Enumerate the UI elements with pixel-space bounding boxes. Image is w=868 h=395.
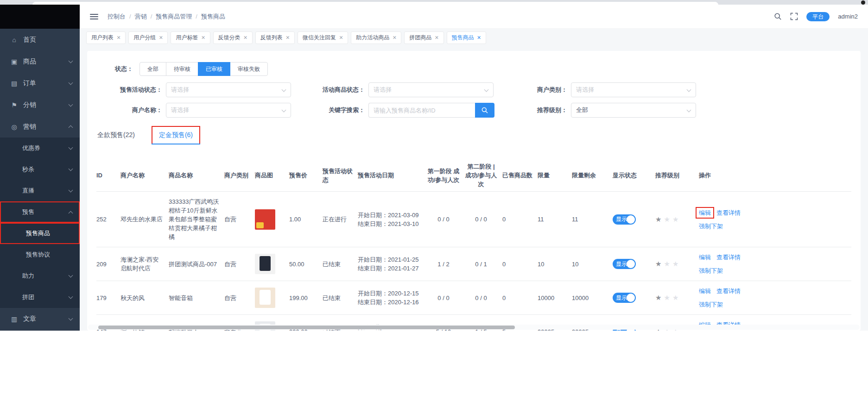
browser-chrome — [0, 0, 868, 5]
action-view-details[interactable]: 查看详情 — [716, 287, 741, 295]
star-icon[interactable]: ★ — [655, 260, 661, 268]
tag-tab[interactable]: 微信关注回复× — [298, 31, 348, 44]
search-button[interactable] — [475, 103, 494, 118]
username[interactable]: admin2 — [838, 13, 858, 20]
status-radio-option[interactable]: 审核失败 — [230, 62, 268, 76]
platform-badge[interactable]: 平台 — [806, 12, 830, 21]
cell-actions: 编辑查看详情强制下架 — [699, 247, 759, 281]
select-dropdown[interactable]: 请选择 — [166, 103, 291, 118]
close-icon[interactable]: × — [244, 34, 247, 41]
sidebar-item[interactable]: ▣商品 — [0, 50, 80, 72]
action-force-remove[interactable]: 强制下架 — [699, 222, 723, 231]
fullscreen-icon[interactable] — [790, 13, 798, 20]
chevron-down-icon — [69, 167, 73, 171]
star-icon[interactable]: ★ — [672, 215, 678, 223]
breadcrumb-item[interactable]: 预售商品 — [201, 13, 225, 21]
cell-id: 252 — [96, 209, 120, 229]
browser-profile-icon[interactable] — [861, 0, 865, 5]
select-dropdown[interactable]: 请选择 — [571, 82, 696, 97]
close-icon[interactable]: × — [286, 34, 290, 41]
product-thumbnail[interactable] — [255, 209, 275, 230]
table-row: 179秋天的风智能音箱自营199.00已结束开始日期：2020-12-15结束日… — [96, 281, 851, 315]
status-radio-option[interactable]: 待审核 — [166, 62, 198, 76]
tag-tab[interactable]: 用户分组× — [128, 31, 168, 44]
action-edit[interactable]: 编辑 — [696, 207, 714, 219]
star-icon[interactable]: ★ — [655, 294, 661, 301]
cell-stage1-ratio: 0 / 0 — [427, 209, 464, 229]
action-edit[interactable]: 编辑 — [699, 253, 711, 262]
sidebar-item[interactable]: ⚑分销 — [0, 94, 80, 116]
cell-stage1-ratio: 0 / 0 — [427, 288, 464, 308]
column-header: 商户类别 — [224, 168, 255, 182]
close-icon[interactable]: × — [201, 34, 205, 41]
sidebar-item[interactable]: 拼团 — [0, 287, 80, 308]
select-dropdown[interactable]: 请选择 — [166, 82, 291, 97]
sidebar-item[interactable]: ◎营销 — [0, 116, 80, 138]
close-icon[interactable]: × — [117, 34, 120, 41]
display-toggle[interactable]: 显示 — [613, 293, 636, 303]
close-icon[interactable]: × — [393, 34, 396, 41]
sidebar-item[interactable]: ▥文章 — [0, 308, 80, 330]
star-icon[interactable]: ★ — [664, 260, 670, 268]
status-radio-option[interactable]: 全部 — [139, 62, 166, 76]
product-thumbnail[interactable] — [255, 254, 275, 274]
sidebar-item[interactable]: ⌂首页 — [0, 29, 80, 50]
action-force-remove[interactable]: 强制下架 — [699, 266, 723, 275]
breadcrumb-item[interactable]: 营销 — [135, 13, 147, 21]
close-icon[interactable]: × — [477, 34, 481, 41]
menu-collapse-icon[interactable] — [90, 14, 98, 19]
breadcrumb-item[interactable]: 预售商品管理 — [156, 13, 192, 21]
search-icon[interactable] — [774, 13, 782, 20]
browser-address-bar[interactable] — [32, 2, 718, 5]
filter-label: 活动商品状态： — [299, 86, 368, 94]
sidebar-item[interactable]: 助力 — [0, 265, 80, 287]
tag-tab[interactable]: 用户列表× — [86, 31, 126, 44]
keyword-search-input[interactable] — [368, 103, 475, 118]
cell-product-image — [255, 248, 289, 280]
display-toggle[interactable]: 显示 — [613, 214, 636, 225]
star-icon[interactable]: ★ — [672, 260, 678, 268]
tag-tab[interactable]: 反馈列表× — [255, 31, 295, 44]
sidebar-item[interactable]: 预售协议 — [0, 244, 80, 265]
cell-product-image — [255, 282, 289, 313]
chevron-down-icon — [687, 88, 691, 92]
tag-tab[interactable]: 拼团商品× — [404, 31, 444, 44]
close-icon[interactable]: × — [435, 34, 438, 41]
sidebar-item-label: 拼团 — [22, 293, 69, 301]
action-force-remove[interactable]: 强制下架 — [699, 300, 723, 309]
toggle-label: 显示 — [616, 215, 627, 224]
filter-rows: 预售活动状态：请选择活动商品状态：请选择商户类别：请选择商户名称：请选择关键字搜… — [96, 82, 851, 118]
select-placeholder: 请选择 — [576, 86, 594, 94]
tag-tab[interactable]: 预售商品× — [447, 31, 486, 44]
scrollbar-thumb[interactable] — [98, 326, 515, 329]
breadcrumb-item[interactable]: 控制台 — [108, 13, 126, 21]
star-icon[interactable]: ★ — [655, 215, 661, 223]
action-edit[interactable]: 编辑 — [699, 287, 711, 295]
breadcrumb: 控制台/营销/预售商品管理/预售商品 — [108, 13, 225, 21]
status-radio-option[interactable]: 已审核 — [198, 62, 230, 76]
star-icon[interactable]: ★ — [664, 215, 670, 223]
product-thumbnail[interactable] — [255, 288, 275, 308]
sidebar-item[interactable]: 优惠券 — [0, 138, 80, 159]
chevron-down-icon — [69, 295, 73, 299]
sidebar-item[interactable]: 直播 — [0, 180, 80, 201]
star-icon[interactable]: ★ — [672, 294, 678, 301]
star-icon[interactable]: ★ — [664, 294, 670, 301]
presale-type-tab[interactable]: 定金预售(6) — [152, 126, 200, 144]
select-dropdown[interactable]: 全部 — [571, 103, 696, 118]
sidebar-item[interactable]: 预售 — [0, 201, 80, 223]
cell-activity-status: 已结束 — [323, 288, 358, 308]
presale-type-tab[interactable]: 全款预售(22) — [96, 126, 136, 144]
sidebar-item[interactable]: ▤订单 — [0, 72, 80, 94]
select-dropdown[interactable]: 请选择 — [368, 82, 494, 97]
action-view-details[interactable]: 查看详情 — [716, 253, 741, 262]
sidebar-item[interactable]: 秒杀 — [0, 159, 80, 180]
tag-tab[interactable]: 助力活动商品× — [351, 31, 401, 44]
display-toggle[interactable]: 显示 — [613, 259, 636, 269]
sidebar-item[interactable]: 预售商品 — [0, 223, 80, 244]
close-icon[interactable]: × — [339, 34, 343, 41]
action-view-details[interactable]: 查看详情 — [716, 208, 741, 217]
tag-tab[interactable]: 用户标签× — [171, 31, 210, 44]
tag-tab[interactable]: 反馈分类× — [213, 31, 253, 44]
close-icon[interactable]: × — [159, 34, 163, 41]
